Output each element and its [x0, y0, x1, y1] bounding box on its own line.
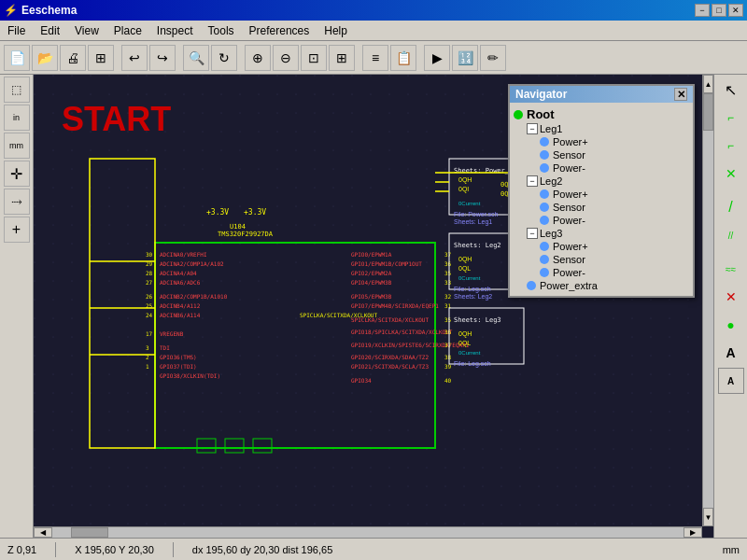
- svg-text:0Current: 0Current: [458, 350, 481, 356]
- vertical-scrollbar[interactable]: ▲ ▼: [702, 75, 713, 526]
- menu-item-preferences[interactable]: Preferences: [242, 22, 317, 39]
- toolbar-btn-erc[interactable]: ▶: [424, 45, 450, 71]
- nav-expand-leg2[interactable]: −: [527, 175, 538, 187]
- nav-item-root[interactable]: Root: [514, 106, 689, 122]
- close-button[interactable]: ✕: [728, 4, 743, 17]
- nav-item-leg2-sensor[interactable]: Sensor: [540, 201, 689, 214]
- nav-item-leg2[interactable]: − Leg2: [527, 175, 689, 188]
- no-connect-tool[interactable]: ✕: [718, 161, 744, 187]
- toolbar-btn-zoom-in[interactable]: ⊕: [245, 45, 271, 71]
- nav-item-leg3-power-plus[interactable]: Power+: [540, 240, 689, 253]
- svg-text:File: Power.sch: File: Power.sch: [454, 211, 499, 217]
- toolbar-btn-annotate[interactable]: 🔢: [452, 45, 478, 71]
- add-bus-wire-tool[interactable]: //: [718, 222, 744, 248]
- nav-label-leg3: Leg3: [540, 228, 562, 239]
- menu-item-tools[interactable]: Tools: [201, 22, 242, 39]
- rt-separator-1: [718, 189, 744, 192]
- toolbar-btn-copy[interactable]: ⊞: [88, 45, 114, 71]
- grid-btn[interactable]: ⬚: [4, 77, 30, 103]
- nav-item-leg1-power-minus[interactable]: Power-: [540, 161, 689, 175]
- cursor-tool[interactable]: ↖: [718, 77, 744, 103]
- svg-text:GPIO18/SPICLKA/SCITXDA/XCLKOUT: GPIO18/SPICLKA/SCITXDA/XCLKOUT: [351, 329, 453, 335]
- minimize-button[interactable]: −: [695, 4, 710, 17]
- toolbar-btn-zoom-fit[interactable]: ⊡: [301, 45, 327, 71]
- menu-item-file[interactable]: File: [0, 22, 33, 39]
- hscroll-thumb[interactable]: [71, 527, 108, 538]
- toolbar-btn-redo[interactable]: ↪: [149, 45, 176, 71]
- nav-label-leg3-power-plus: Power+: [553, 241, 588, 252]
- hscroll-right[interactable]: ▶: [684, 527, 702, 538]
- svg-text:GPIO34: GPIO34: [351, 377, 372, 384]
- junction-btn[interactable]: +: [4, 217, 30, 243]
- titlebar-left: ⚡ Eeschema: [4, 4, 77, 17]
- rt-separator-2: [718, 250, 744, 254]
- wire-btn[interactable]: ⤑: [4, 189, 30, 215]
- svg-text:0QI: 0QI: [458, 186, 469, 193]
- nav-dot-leg2-power-plus: [540, 189, 549, 199]
- unit-mm-btn[interactable]: mm: [4, 133, 30, 159]
- nav-item-leg1-power-plus[interactable]: Power+: [540, 135, 689, 148]
- maximize-button[interactable]: □: [712, 4, 726, 17]
- menu-item-view[interactable]: View: [67, 22, 106, 39]
- hscroll-left[interactable]: ◀: [34, 527, 52, 538]
- svg-text:26: 26: [146, 293, 153, 300]
- move-btn[interactable]: ✛: [4, 161, 30, 187]
- nav-item-leg3[interactable]: − Leg3: [527, 227, 689, 240]
- add-wire-tool[interactable]: /: [718, 194, 744, 220]
- nav-dot-leg3-power-minus: [540, 268, 549, 277]
- nav-label-power-extra: Power_extra: [540, 280, 598, 291]
- toolbar-btn-zoom-out[interactable]: ⊖: [273, 45, 299, 71]
- nav-dot-power-extra: [527, 281, 536, 290]
- svg-text:0QH: 0QH: [458, 330, 472, 338]
- main-toolbar: 📄📂🖨⊞↩↪🔍↻⊕⊖⊡⊞≡📋▶🔢✏: [0, 41, 747, 75]
- toolbar-btn-netlist[interactable]: ≡: [362, 45, 388, 71]
- navigator-body: Root − Leg1 Power+ Sensor Power-: [510, 103, 693, 296]
- nav-label-leg2-power-plus: Power+: [553, 189, 588, 200]
- zoom-status: Z 0,91: [7, 544, 36, 555]
- nav-item-power-extra[interactable]: Power_extra: [527, 279, 689, 292]
- text-tool[interactable]: A: [718, 340, 744, 366]
- toolbar-btn-zoom-sel[interactable]: ⊞: [329, 45, 355, 71]
- global-label-tool[interactable]: ≈≈: [718, 256, 744, 282]
- toolbar-btn-refresh[interactable]: ↻: [211, 45, 237, 71]
- toolbar-btn-open[interactable]: 📂: [32, 45, 58, 71]
- svg-text:GPIO7/EPWM4B/SCIRXDA/EQEP1: GPIO7/EPWM4B/SCIRXDA/EQEP1: [351, 302, 439, 309]
- vscroll-thumb[interactable]: [703, 93, 713, 131]
- nav-item-leg2-power-plus[interactable]: Power+: [540, 188, 689, 201]
- nav-item-leg1[interactable]: − Leg1: [527, 122, 689, 135]
- cross-tool[interactable]: ✕: [718, 284, 744, 310]
- vscroll-up[interactable]: ▲: [703, 75, 713, 93]
- nav-expand-leg3[interactable]: −: [527, 228, 538, 239]
- toolbar-btn-new[interactable]: 📄: [4, 45, 30, 71]
- toolbar-btn-search[interactable]: 🔍: [183, 45, 209, 71]
- toolbar-btn-edit-fields[interactable]: ✏: [480, 45, 506, 71]
- nav-item-leg2-power-minus[interactable]: Power-: [540, 214, 689, 227]
- svg-text:3: 3: [146, 344, 149, 351]
- junction-tool[interactable]: ●: [718, 312, 744, 338]
- menubar: FileEditViewPlaceInspectToolsPreferences…: [0, 21, 747, 41]
- unit-in-btn[interactable]: in: [4, 105, 30, 131]
- horizontal-scrollbar[interactable]: ◀ ▶: [34, 526, 702, 538]
- menu-item-edit[interactable]: Edit: [33, 22, 67, 39]
- nav-dot-leg1-power-minus: [540, 163, 549, 173]
- text2-tool[interactable]: A: [718, 368, 744, 394]
- navigator-close-button[interactable]: ✕: [674, 88, 687, 101]
- bus-draw-tool[interactable]: ⌐: [718, 133, 744, 159]
- toolbar-btn-print[interactable]: 🖨: [60, 45, 86, 71]
- menu-item-place[interactable]: Place: [106, 22, 149, 39]
- wire-draw-tool[interactable]: ⌐: [718, 105, 744, 131]
- nav-item-leg3-sensor[interactable]: Sensor: [540, 253, 689, 266]
- svg-text:1: 1: [146, 363, 149, 370]
- toolbar-btn-undo[interactable]: ↩: [121, 45, 148, 71]
- menu-item-help[interactable]: Help: [317, 22, 355, 39]
- nav-item-leg1-sensor[interactable]: Sensor: [540, 148, 689, 161]
- menu-item-inspect[interactable]: Inspect: [149, 22, 201, 39]
- nav-item-leg3-power-minus[interactable]: Power-: [540, 266, 689, 279]
- svg-text:GPIO19/XCLKIN/SPISTE6/SCIRXDA/: GPIO19/XCLKIN/SPISTE6/SCIRXDA/EQAP1: [351, 342, 470, 348]
- svg-text:38: 38: [444, 354, 452, 360]
- vscroll-down[interactable]: ▼: [703, 508, 713, 526]
- schematic-canvas[interactable]: START +3.3V +3.3V U104 TMS320F29927DA AD…: [34, 75, 713, 538]
- nav-expand-leg1[interactable]: −: [527, 123, 538, 134]
- toolbar-btn-bom[interactable]: 📋: [390, 45, 416, 71]
- svg-text:35: 35: [444, 316, 452, 323]
